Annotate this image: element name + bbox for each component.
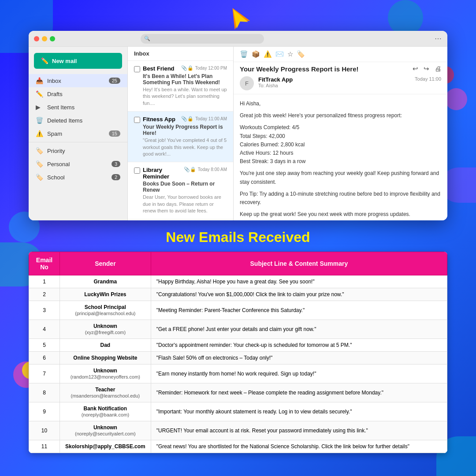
sidebar-item-school[interactable]: 🏷️ School 2 [29, 171, 127, 184]
email-date: Today 11:00 [415, 76, 441, 82]
col-header-sender: Sender [60, 252, 151, 275]
email-checkbox[interactable] [134, 117, 140, 123]
archive-icon[interactable]: 📦 [252, 50, 260, 58]
bottom-section: New Emails Received Email No Sender Subj… [29, 229, 447, 453]
table-cell-subject: "Great news! You are shortlisted for the… [151, 440, 447, 453]
personal-icon: 🏷️ [36, 160, 44, 167]
bg-decoration [388, 0, 423, 35]
email-sender: Fitness App [143, 116, 178, 123]
attachment-icon: 📎🔒 [184, 167, 196, 172]
mail-icon[interactable]: ✉️ [275, 50, 284, 58]
print-icon[interactable]: 🖨 [435, 65, 441, 73]
email-item[interactable]: Best Friend 📎🔒 Today 12:00 PM It's Been … [128, 61, 233, 112]
email-checkbox[interactable] [134, 66, 140, 72]
email-time: Today 12:00 PM [195, 66, 227, 71]
table-cell-subject: "Reminder: Homework for next week – Plea… [151, 383, 447, 402]
sent-icon: ▶ [36, 104, 44, 111]
table-cell-no: 8 [29, 383, 60, 402]
email-table: Email No Sender Subject Line & Content S… [29, 252, 447, 453]
table-row: 10Unknown(noreply@securityalert.com)"URG… [29, 421, 447, 440]
personal-badge: 3 [112, 161, 120, 167]
drafts-icon: ✏️ [36, 90, 44, 97]
table-cell-sender: School Principal(principal@learnschool.e… [60, 301, 151, 320]
sidebar-item-spam[interactable]: ⚠️ Spam 15 [29, 127, 127, 140]
menu-icon[interactable]: ⋯ [435, 34, 442, 43]
email-sender: Library Reminder [143, 167, 181, 180]
table-header-row: Email No Sender Subject Line & Content S… [29, 252, 447, 275]
table-cell-subject: "Important: Your monthly akount statemen… [151, 402, 447, 421]
table-cell-subject: "Doctor's appointment reminder: Your che… [151, 339, 447, 352]
spam-icon: ⚠️ [36, 130, 44, 137]
table-cell-subject: "Congratulations! You've won $1,000,000!… [151, 288, 447, 301]
table-row: 6Online Shopping Website"Flash Sale! 50%… [29, 352, 447, 364]
maximize-button[interactable] [50, 36, 55, 41]
table-cell-sender: Skolorship@apply_CBBSE.com [60, 440, 151, 453]
body-intro: Great job this week! Here's your persona… [240, 112, 441, 120]
top-arrow-icon [225, 4, 251, 36]
table-cell-sender: Unknown(xyz@freegift.com) [60, 320, 151, 339]
email-item[interactable]: Library Reminder 📎🔒 Today 8:00 AM Books … [128, 162, 233, 219]
school-badge: 2 [112, 174, 120, 180]
table-cell-no: 6 [29, 352, 60, 364]
bg-decoration [445, 88, 467, 110]
sidebar-item-personal[interactable]: 🏷️ Personal 3 [29, 157, 127, 171]
minimize-button[interactable] [42, 36, 47, 41]
table-cell-subject: "Happy Birthday, Aisha! Hope you have a … [151, 275, 447, 288]
email-sender: Best Friend [143, 65, 178, 72]
email-subject: It's Been a While! Let's Plan Something … [143, 73, 227, 86]
attachment-icon: 📎🔒 [181, 65, 193, 71]
table-cell-sender: Dad [60, 339, 151, 352]
delete-icon[interactable]: 🗑️ [240, 50, 248, 58]
sidebar-item-sent[interactable]: ▶ Sent Items [29, 100, 127, 114]
inbox-badge: 25 [109, 78, 120, 84]
col-header-no: Email No [29, 252, 60, 275]
email-item[interactable]: Fitness App 📎🔒 Today 11:00 AM Your Weekl… [128, 112, 233, 162]
table-row: 1Grandma"Happy Birthday, Aisha! Hope you… [29, 275, 447, 288]
table-row: 8Teacher(msanderson@learnschool.edu)"Rem… [29, 383, 447, 402]
reply-icon[interactable]: ↩ [413, 65, 418, 73]
table-cell-no: 5 [29, 339, 60, 352]
email-preview: Hey! It's been a while. Want to meet up … [143, 86, 227, 107]
email-item[interactable]: Mom 📎🔒 Today 6:00 AM [128, 219, 233, 220]
new-mail-button[interactable]: ✏️ New mail [34, 53, 122, 69]
deleted-icon: 🗑️ [36, 117, 44, 124]
search-icon: 🔍 [144, 36, 150, 41]
inbox-icon: 📥 [36, 77, 44, 84]
email-subject: Books Due Soon – Return or Renew [143, 181, 227, 193]
table-row: 7Unknown(random123@moneyoffers.com)"Earn… [29, 364, 447, 383]
detail-header: F FitTrack App To: Aisha Today 11:00 [234, 74, 447, 94]
email-list: Inbox Best Friend 📎🔒 Today 12:00 PM It's… [128, 47, 234, 220]
sidebar-item-deleted[interactable]: 🗑️ Deleted Items [29, 114, 127, 127]
sidebar-item-inbox[interactable]: 📥 Inbox 25 [29, 74, 127, 87]
email-preview: "Great job! You've completed 4 out of 5 … [143, 137, 227, 157]
sidebar-item-label: Deleted Items [47, 117, 120, 124]
sidebar-item-label: Priority [47, 148, 120, 154]
email-checkbox[interactable] [134, 167, 140, 174]
star-icon[interactable]: ☆ [287, 50, 293, 58]
table-cell-no: 7 [29, 364, 60, 383]
spam-flag-icon[interactable]: ⚠️ [264, 50, 272, 58]
body-tip: Pro Tip: Try adding a 10-minute stretchi… [240, 190, 441, 207]
tag-icon[interactable]: 🏷️ [297, 50, 305, 58]
email-subject: Your Weekly Progress Report is Here! [143, 124, 227, 136]
sidebar-item-label: Inbox [47, 78, 105, 84]
sidebar-item-label: Spam [47, 130, 105, 137]
window-body: ✏️ New mail 📥 Inbox 25 ✏️ Drafts ▶ Sent … [29, 47, 447, 220]
forward-icon[interactable]: ↪ [424, 65, 429, 73]
close-button[interactable] [34, 36, 39, 41]
table-cell-sender: Unknown(noreply@securityalert.com) [60, 421, 151, 440]
table-cell-no: 1 [29, 275, 60, 288]
email-time: Today 8:00 AM [198, 167, 227, 172]
attachment-icon: 📎🔒 [181, 116, 193, 122]
body-closing: Keep up the great work! See you next wee… [240, 210, 441, 219]
body-motivation: You're just one step away from reaching … [240, 169, 441, 186]
recipient: To: Aisha [258, 83, 410, 88]
table-cell-sender: Unknown(random123@moneyoffers.com) [60, 364, 151, 383]
sidebar-item-drafts[interactable]: ✏️ Drafts [29, 87, 127, 100]
detail-actions: ↩ ↪ 🖨 [413, 65, 441, 73]
body-greeting: Hi Aisha, [240, 100, 441, 108]
table-row: 9Bank Notification(noreply@baank.com)"Im… [29, 402, 447, 421]
body-stats: Workouts Completed: 4/5Total Steps: 42,0… [240, 123, 441, 166]
table-cell-no: 3 [29, 301, 60, 320]
sidebar-item-priority[interactable]: 🏷️ Priority [29, 144, 127, 157]
